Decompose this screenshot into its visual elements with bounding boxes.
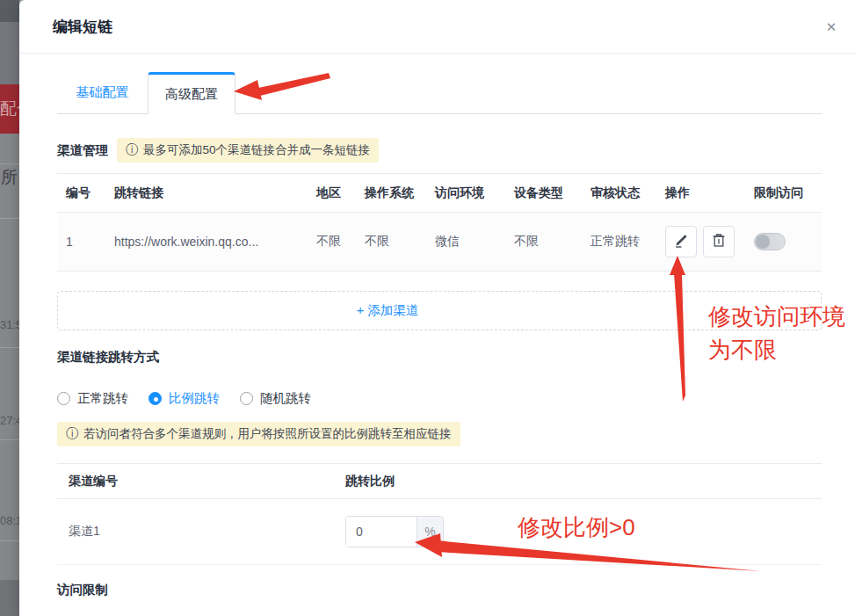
trash-icon [712,233,726,250]
background-footer-area [0,580,19,616]
tab-advanced-config[interactable]: 高级配置 [148,72,235,114]
divider [0,540,19,541]
percent-addon: % [417,517,443,547]
cell-region: 不限 [308,234,356,250]
channel-management-title: 渠道管理 [57,142,108,159]
cell-ratio: % [334,516,822,547]
col-number: 编号 [57,185,105,201]
restrict-access-toggle[interactable] [754,233,786,250]
tab-basic-config[interactable]: 基础配置 [57,72,148,113]
background-header-area [0,22,19,84]
edit-channel-button[interactable] [665,226,697,257]
radio-icon [149,392,162,405]
channel-management-header: 渠道管理 ⓘ 最多可添加50个渠道链接合并成一条短链接 [57,138,822,163]
cell-restrict-access [745,233,822,250]
col-os: 操作系统 [356,185,426,201]
divider [0,163,19,164]
ratio-info-badge: ⓘ 若访问者符合多个渠道规则，用户将按照所设置的比例跳转至相应链接 [57,422,460,446]
background-row-label: 所 [1,166,18,189]
background-page: 配合 所 31:5 27:4 08:1 [0,0,19,616]
divider [0,347,19,348]
cell-env: 微信 [426,234,505,250]
ratio-table-header: 渠道编号 跳转比例 [57,464,822,499]
ratio-table-row: 渠道1 % [57,499,822,565]
close-icon[interactable]: ✕ [822,18,841,37]
background-timestamp: 08:1 [0,514,19,527]
radio-label: 比例跳转 [169,390,220,407]
modal-header: 编辑短链 ✕ [19,0,855,54]
col-status: 审核状态 [582,185,656,201]
jump-method-title: 渠道链接跳转方式 [57,349,822,366]
tab-bar: 基础配置 高级配置 [57,72,822,114]
col-channel-number: 渠道编号 [57,474,334,489]
cell-device: 不限 [505,234,582,250]
edit-shortlink-modal: 编辑短链 ✕ 基础配置 高级配置 渠道管理 ⓘ 最多可添加50个渠道链接合并成一… [19,0,855,616]
background-red-banner-label: 配合 [0,99,19,118]
col-url: 跳转链接 [105,185,308,201]
col-restrict: 限制访问 [745,185,822,201]
col-device: 设备类型 [505,185,582,201]
col-region: 地区 [308,185,356,201]
channel-table-header: 编号 跳转链接 地区 操作系统 访问环境 设备类型 审核状态 操作 限制访问 [57,174,822,213]
add-channel-button[interactable]: + 添加渠道 [57,291,822,330]
radio-normal-jump[interactable]: 正常跳转 [57,390,128,407]
col-env: 访问环境 [426,185,505,201]
channel-table: 编号 跳转链接 地区 操作系统 访问环境 设备类型 审核状态 操作 限制访问 1… [57,173,822,272]
add-channel-label: + 添加渠道 [357,302,419,319]
channel-table-row: 1 https://work.weixin.qq.co... 不限 不限 微信 … [57,213,822,272]
col-operation: 操作 [656,185,745,201]
jump-method-options: 正常跳转 比例跳转 随机跳转 [57,389,822,407]
channel-info-text: 最多可添加50个渠道链接合并成一条短链接 [143,142,370,158]
channel-info-badge: ⓘ 最多可添加50个渠道链接合并成一条短链接 [117,138,379,163]
cell-status: 正常跳转 [582,234,656,250]
modal-title: 编辑短链 [19,0,855,37]
delete-channel-button[interactable] [703,226,735,257]
col-jump-ratio: 跳转比例 [334,474,822,489]
pencil-icon [674,234,688,250]
radio-label: 随机跳转 [260,390,311,407]
divider [0,439,19,440]
ratio-input-group: % [345,516,444,547]
modal-body: 基础配置 高级配置 渠道管理 ⓘ 最多可添加50个渠道链接合并成一条短链接 编号… [19,72,855,598]
background-topbar [0,0,19,22]
cell-number: 1 [57,235,105,249]
info-icon: ⓘ [126,142,138,158]
info-icon: ⓘ [66,426,78,442]
background-timestamp: 31:5 [0,318,19,331]
cell-channel-name: 渠道1 [57,524,334,540]
background-red-banner: 配合 [0,84,19,134]
toggle-knob [756,235,770,249]
radio-random-jump[interactable]: 随机跳转 [240,390,311,407]
radio-icon [240,392,253,405]
ratio-info-text: 若访问者符合多个渠道规则，用户将按照所设置的比例跳转至相应链接 [83,426,452,442]
access-restriction-title: 访问限制 [57,582,822,598]
cell-os: 不限 [356,234,426,250]
cell-operations [656,226,745,257]
radio-label: 正常跳转 [77,390,128,407]
radio-ratio-jump[interactable]: 比例跳转 [149,390,220,407]
background-timestamp: 27:4 [0,414,19,427]
radio-icon [57,392,70,405]
ratio-table: 渠道编号 跳转比例 渠道1 % [57,463,822,565]
cell-url: https://work.weixin.qq.co... [105,235,308,249]
divider [0,218,19,219]
ratio-input[interactable] [346,517,417,547]
